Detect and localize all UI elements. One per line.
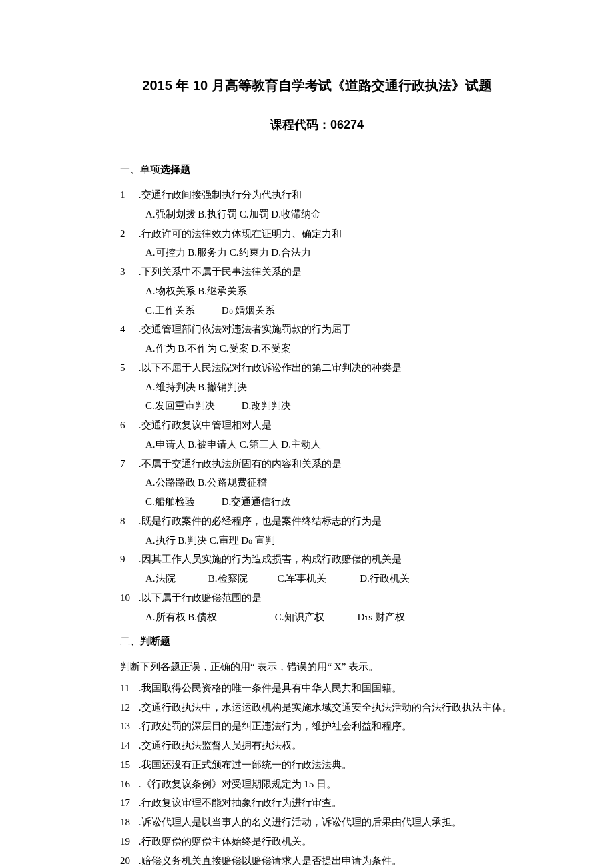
q-number: 4 xyxy=(120,320,136,339)
judge-17: 17 .行政复议审理不能对抽象行政行为进行审查。 xyxy=(120,794,514,813)
q-stem: .交通行政复议中管理相对人是 xyxy=(136,420,272,430)
q-text: .行政处罚的深层目的是纠正违法行为，维护社会利益和程序。 xyxy=(136,721,412,731)
question-8-options: A.执行 B.判决 C.审理 D₀ 宣判 xyxy=(120,532,514,550)
question-7-options-1: A.公路路政 B.公路规费征稽 xyxy=(120,474,514,492)
q-stem: .因其工作人员实施的行为造成损害，构成行政赔偿的机关是 xyxy=(136,554,402,564)
page-title: 2015 年 10 月高等教育自学考试《道路交通行政执法》试题 xyxy=(120,73,514,98)
q-text: .行政赔偿的赔偿主体始终是行政机关。 xyxy=(136,836,312,847)
q-stem: .既是行政案件的必经程序，也是案件终结标志的行为是 xyxy=(136,516,382,526)
q-stem: .不属于交通行政执法所固有的内容和关系的是 xyxy=(136,458,342,469)
q-text: .交通行政执法中，水运运政机构是实施水域交通安全执法活动的合法行政执法主体。 xyxy=(136,702,512,713)
opt-a: A.法院 xyxy=(145,570,206,588)
q-stem: .交通管理部门依法对违法者实施罚款的行为屈于 xyxy=(136,324,352,334)
opt-ab: A.所有权 B.债权 xyxy=(145,608,272,627)
judge-14: 14 .交通行政执法监督人员拥有执法权。 xyxy=(120,737,514,755)
question-3-options-1: A.物权关系 B.继承关系 xyxy=(120,282,514,301)
q-stem: .以下属于行政赔偿范围的是 xyxy=(136,592,262,603)
question-7-options-2: C.船舶检验 D.交通通信行政 xyxy=(120,493,514,512)
question-3: 3 .下列关系中不属于民事法律关系的是 xyxy=(120,263,514,282)
question-1: 1 .交通行政间接强制执行分为代执行和 xyxy=(120,186,514,205)
q-number: 2 xyxy=(120,225,136,244)
q-stem: .交通行政间接强制执行分为代执行和 xyxy=(136,189,302,200)
opt-b: B.检察院 xyxy=(208,570,275,588)
question-5-options-2: C.发回重审判决 D.改判判决 xyxy=(120,397,514,416)
question-2-options: A.可控力 B.服务力 C.约束力 D.合法力 xyxy=(120,244,514,262)
question-6: 6 .交通行政复议中管理相对人是 xyxy=(120,416,514,435)
question-8: 8 .既是行政案件的必经程序，也是案件终结标志的行为是 xyxy=(120,512,514,531)
q-number: 9 xyxy=(120,550,136,569)
question-7: 7 .不属于交通行政执法所固有的内容和关系的是 xyxy=(120,455,514,474)
q-stem: .以下不屈于人民法院对行政诉讼作出的第二审判决的种类是 xyxy=(136,362,402,373)
judge-18: 18 .诉讼代理人是以当事人的名义进行活动，诉讼代理的后果由代理人承担。 xyxy=(120,813,514,832)
question-5: 5 .以下不屈于人民法院对行政诉讼作出的第二审判决的种类是 xyxy=(120,359,514,378)
q-number: 12 xyxy=(120,699,136,717)
opt-c: C.知识产权 xyxy=(275,608,355,627)
judge-20: 20 .赔偿义务机关直接赔偿以赔偿请求人是否提出申请为条件。 xyxy=(120,852,514,868)
question-6-options: A.申请人 B.被申请人 C.第三人 D.主动人 xyxy=(120,436,514,454)
section-label: 选择题 xyxy=(160,163,190,175)
judge-16: 16 .《行政复议条例》对受理期限规定为 15 日。 xyxy=(120,775,514,794)
question-5-options-1: A.维持判决 B.撤销判决 xyxy=(120,378,514,397)
question-4: 4 .交通管理部门依法对违法者实施罚款的行为屈于 xyxy=(120,320,514,339)
question-10: 10 .以下属于行政赔偿范围的是 xyxy=(120,589,514,608)
q-number: 13 xyxy=(120,717,136,736)
section-2-instruction: 判断下列各题正误，正确的用“ 表示，错误的用“ X” 表示。 xyxy=(120,658,514,677)
q-stem: .行政许可的法律效力体现在证明力、确定力和 xyxy=(136,228,342,239)
q-number: 15 xyxy=(120,756,136,775)
question-4-options: A.作为 B.不作为 C.受案 D.不受案 xyxy=(120,340,514,358)
section-2-heading: 二、判断题 xyxy=(120,632,514,651)
question-9-options: A.法院 B.检察院 C.军事机关 D.行政机关 xyxy=(120,570,514,588)
q-number: 10 xyxy=(120,589,136,608)
q-text: .交通行政执法监督人员拥有执法权。 xyxy=(136,740,302,751)
q-text: .诉讼代理人是以当事人的名义进行活动，诉讼代理的后果由代理人承担。 xyxy=(136,817,462,827)
q-number: 16 xyxy=(120,775,136,794)
q-number: 1 xyxy=(120,186,136,205)
exam-document: 2015 年 10 月高等教育自学考试《道路交通行政执法》试题 课程代码：062… xyxy=(0,0,614,868)
judge-19: 19 .行政赔偿的赔偿主体始终是行政机关。 xyxy=(120,833,514,851)
course-code: 课程代码：06274 xyxy=(120,114,514,136)
q-stem: .下列关系中不属于民事法律关系的是 xyxy=(136,266,302,277)
q-text: .行政复议审理不能对抽象行政行为进行审查。 xyxy=(136,797,342,808)
opt-d: D.交通通信行政 xyxy=(222,496,292,507)
q-text: .我国还没有正式颁布过一部统一的行政法法典。 xyxy=(136,759,352,770)
opt-c: C.发回重审判决 xyxy=(145,397,239,416)
opt-d: D₁s 财产权 xyxy=(358,612,405,622)
question-1-options: A.强制划拨 B.执行罚 C.加罚 D.收滞纳金 xyxy=(120,205,514,224)
opt-d: D.行政机关 xyxy=(360,573,410,584)
opt-c: C.船舶检验 xyxy=(145,493,219,512)
opt-c: C.军事机关 xyxy=(278,570,358,588)
q-text: .赔偿义务机关直接赔偿以赔偿请求人是否提出申请为条件。 xyxy=(136,855,402,866)
section-prefix: 二、 xyxy=(120,636,140,646)
opt-d: D₀ 婚姻关系 xyxy=(222,305,276,316)
question-2: 2 .行政许可的法律效力体现在证明力、确定力和 xyxy=(120,225,514,244)
q-number: 19 xyxy=(120,833,136,851)
q-number: 17 xyxy=(120,794,136,813)
section-prefix: 一、 xyxy=(120,164,140,175)
q-number: 5 xyxy=(120,359,136,378)
section-label-prefix: 单项 xyxy=(140,164,160,175)
opt-d: D.改判判决 xyxy=(242,400,292,411)
q-number: 20 xyxy=(120,852,136,868)
judge-13: 13 .行政处罚的深层目的是纠正违法行为，维护社会利益和程序。 xyxy=(120,717,514,736)
q-number: 11 xyxy=(120,679,136,698)
q-text: .我国取得公民资格的唯一条件是具有中华人民共和国国籍。 xyxy=(136,683,402,693)
q-number: 14 xyxy=(120,737,136,755)
question-3-options-2: C.工作关系 D₀ 婚姻关系 xyxy=(120,302,514,320)
section-1-heading: 一、单项选择题 xyxy=(120,160,514,179)
q-number: 3 xyxy=(120,263,136,282)
q-number: 8 xyxy=(120,512,136,531)
section-label: 判断题 xyxy=(140,635,170,646)
q-number: 18 xyxy=(120,813,136,832)
q-number: 6 xyxy=(120,416,136,435)
judge-15: 15 .我国还没有正式颁布过一部统一的行政法法典。 xyxy=(120,756,514,775)
question-10-options: A.所有权 B.债权 C.知识产权 D₁s 财产权 xyxy=(120,608,514,627)
question-9: 9 .因其工作人员实施的行为造成损害，构成行政赔偿的机关是 xyxy=(120,550,514,569)
opt-c: C.工作关系 xyxy=(145,302,219,320)
judge-11: 11 .我国取得公民资格的唯一条件是具有中华人民共和国国籍。 xyxy=(120,679,514,698)
q-text: .《行政复议条例》对受理期限规定为 15 日。 xyxy=(136,779,336,789)
judge-12: 12 .交通行政执法中，水运运政机构是实施水域交通安全执法活动的合法行政执法主体… xyxy=(120,699,514,717)
q-number: 7 xyxy=(120,455,136,474)
